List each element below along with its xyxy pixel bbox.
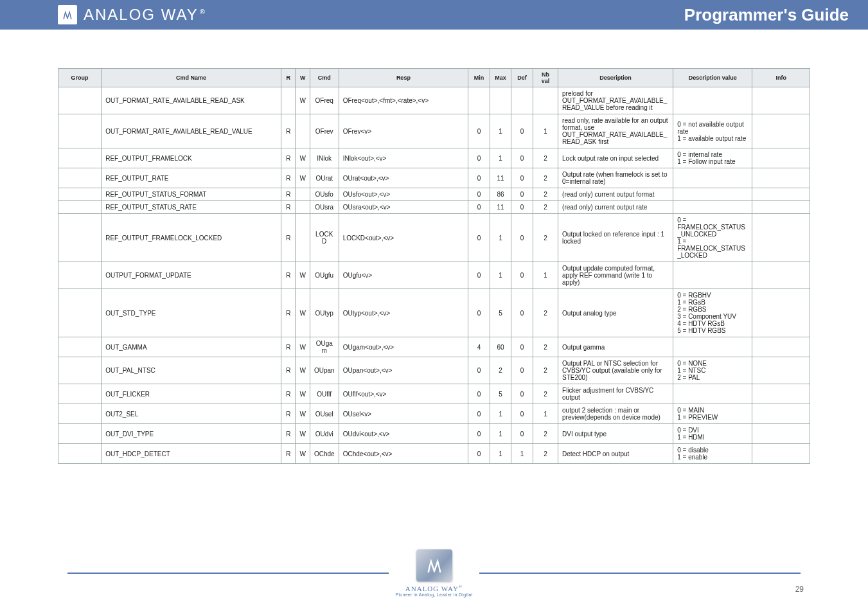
- table-cell: LOCKD: [310, 214, 339, 262]
- table-cell: OUsfo<out>,<v>: [339, 188, 468, 201]
- table-cell: 0: [511, 357, 533, 384]
- table-cell: REF_OUTPUT_STATUS_RATE: [102, 201, 281, 214]
- table-cell: 0: [468, 384, 490, 404]
- table-cell: 5: [490, 289, 511, 337]
- table-cell: INlok<out>,<v>: [339, 148, 468, 168]
- table-cell: [58, 289, 102, 337]
- table-cell: 1: [490, 404, 511, 424]
- table-cell: 2: [490, 357, 511, 384]
- table-cell: W: [296, 148, 310, 168]
- table-cell: R: [281, 114, 296, 148]
- command-table: GroupCmd NameRWCmdRespMinMaxDefNb valDes…: [58, 68, 810, 464]
- table-cell: R: [281, 188, 296, 201]
- table-cell: W: [296, 262, 310, 289]
- table-cell: 0: [511, 262, 533, 289]
- table-cell: 2: [533, 168, 558, 188]
- table-cell: 0 = disable 1 = enable: [673, 444, 752, 464]
- table-cell: OUrat<out>,<v>: [339, 168, 468, 188]
- table-cell: 1: [511, 444, 533, 464]
- table-cell: 2: [533, 201, 558, 214]
- table-cell: LOCKD<out>,<v>: [339, 214, 468, 262]
- table-cell: REF_OUTPUT_STATUS_FORMAT: [102, 188, 281, 201]
- table-cell: 1: [490, 148, 511, 168]
- page-title: Programmer's Guide: [684, 5, 849, 25]
- table-cell: 1: [490, 262, 511, 289]
- table-cell: OUpan: [310, 357, 339, 384]
- table-cell: Output PAL or NTSC selection for CVBS/YC…: [558, 357, 673, 384]
- table-cell: R: [281, 214, 296, 262]
- header-bar: ANALOG WAY® Programmer's Guide: [0, 0, 868, 30]
- table-cell: R: [281, 262, 296, 289]
- table-cell: [752, 444, 810, 464]
- table-cell: [511, 87, 533, 114]
- table-cell: 0: [468, 357, 490, 384]
- table-cell: (read only) current output rate: [558, 201, 673, 214]
- footer-tagline: Pioneer in Analog, Leader in Digital: [395, 592, 472, 597]
- table-cell: 0: [468, 188, 490, 201]
- table-cell: [752, 357, 810, 384]
- brand-text: ANALOG WAY®: [84, 6, 206, 24]
- table-cell: [752, 404, 810, 424]
- table-cell: Output gamma: [558, 337, 673, 357]
- table-cell: 2: [533, 424, 558, 444]
- footer-rule-right: [479, 573, 801, 574]
- page-number: 29: [795, 585, 804, 594]
- table-cell: 0: [511, 114, 533, 148]
- table-cell: Output locked on reference input : 1 loc…: [558, 214, 673, 262]
- table-cell: OUdvi: [310, 424, 339, 444]
- table-cell: OUgam: [310, 337, 339, 357]
- table-cell: 2: [533, 337, 558, 357]
- table-cell: 2: [533, 289, 558, 337]
- table-row: OUT_FORMAT_RATE_AVAILABLE_READ_VALUEROFr…: [58, 114, 810, 148]
- table-cell: 0: [511, 289, 533, 337]
- table-cell: (read only) current output format: [558, 188, 673, 201]
- table-header-cell: Nb val: [533, 69, 558, 87]
- table-cell: OUT2_SEL: [102, 404, 281, 424]
- table-cell: OUflf<out>,<v>: [339, 384, 468, 404]
- table-cell: OUT_FORMAT_RATE_AVAILABLE_READ_VALUE: [102, 114, 281, 148]
- table-cell: 0: [511, 424, 533, 444]
- table-cell: [58, 114, 102, 148]
- table-cell: OUsfo: [310, 188, 339, 201]
- table-cell: [58, 148, 102, 168]
- table-cell: 0: [511, 337, 533, 357]
- table-cell: [673, 188, 752, 201]
- table-cell: OUflf: [310, 384, 339, 404]
- table-cell: [752, 188, 810, 201]
- table-cell: 0 = FRAMELOCK_STATUS_UNLOCKED 1 = FRAMEL…: [673, 214, 752, 262]
- table-cell: [752, 201, 810, 214]
- table-cell: W: [296, 337, 310, 357]
- table-cell: 1: [533, 262, 558, 289]
- table-cell: 1: [490, 444, 511, 464]
- table-cell: [58, 168, 102, 188]
- table-cell: 2: [533, 188, 558, 201]
- table-cell: OFrev: [310, 114, 339, 148]
- table-cell: [752, 168, 810, 188]
- table-cell: Flicker adjustment for CVBS/YC output: [558, 384, 673, 404]
- table-cell: 2: [533, 384, 558, 404]
- table-cell: INlok: [310, 148, 339, 168]
- table-cell: 1: [533, 404, 558, 424]
- table-cell: 0: [468, 289, 490, 337]
- table-row: OUT_STD_TYPERWOUtypOUtyp<out>,<v>0502Out…: [58, 289, 810, 337]
- table-header-cell: R: [281, 69, 296, 87]
- table-header-cell: Def: [511, 69, 533, 87]
- table-cell: R: [281, 289, 296, 337]
- table-cell: 11: [490, 201, 511, 214]
- table-cell: [752, 289, 810, 337]
- table-cell: 1: [490, 214, 511, 262]
- table-cell: R: [281, 384, 296, 404]
- table-header-cell: Max: [490, 69, 511, 87]
- brand-logo-icon: [58, 5, 77, 24]
- table-cell: W: [296, 424, 310, 444]
- table-row: OUT_FLICKERRWOUflfOUflf<out>,<v>0502Flic…: [58, 384, 810, 404]
- table-cell: [58, 201, 102, 214]
- table-cell: [490, 87, 511, 114]
- table-cell: OUT_FORMAT_RATE_AVAILABLE_READ_ASK: [102, 87, 281, 114]
- table-body: OUT_FORMAT_RATE_AVAILABLE_READ_ASKWOFreq…: [58, 87, 810, 464]
- table-row: OUT_GAMMARWOUgamOUgam<out>,<v>46002Outpu…: [58, 337, 810, 357]
- table-cell: OUrat: [310, 168, 339, 188]
- table-header: GroupCmd NameRWCmdRespMinMaxDefNb valDes…: [58, 69, 810, 87]
- table-header-cell: Cmd Name: [102, 69, 281, 87]
- table-row: REF_OUTPUT_FRAMELOCKRWINlokINlok<out>,<v…: [58, 148, 810, 168]
